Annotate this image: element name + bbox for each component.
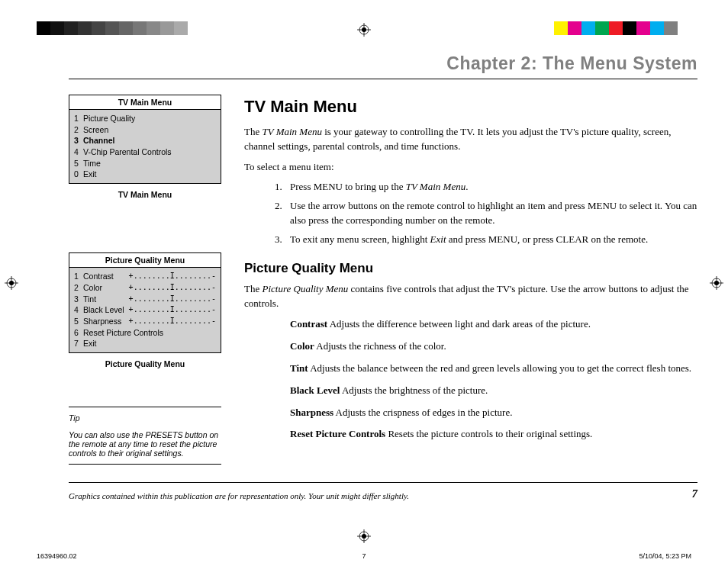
tip-label: Tip bbox=[69, 413, 221, 423]
menu-item: 5Time bbox=[74, 158, 216, 169]
swatch bbox=[64, 21, 78, 35]
swatch bbox=[554, 21, 568, 35]
menu-item: 4V-Chip Parental Controls bbox=[74, 146, 216, 158]
print-metadata-footer: 16394960.02 7 5/10/04, 5:23 PM bbox=[37, 552, 691, 560]
swatch bbox=[37, 21, 50, 35]
tv-main-menu-figure: TV Main Menu 1Picture Quality2Screen3Cha… bbox=[69, 95, 221, 184]
main-column: TV Main Menu The TV Main Menu is your ga… bbox=[244, 95, 697, 465]
swatch bbox=[174, 21, 188, 35]
footer-disclaimer: Graphics contained within this publicati… bbox=[69, 491, 692, 500]
intro-paragraph: The TV Main Menu is your gateway to cont… bbox=[244, 125, 697, 154]
instruction-step: 3.To exit any menu screen, highlight Exi… bbox=[275, 233, 697, 247]
registration-mark-bottom bbox=[357, 529, 371, 543]
control-definition: Tint Adjusts the balance between the red… bbox=[290, 362, 697, 376]
control-definition: Sharpness Adjusts the crispness of edges… bbox=[290, 406, 697, 420]
figure-caption: TV Main Menu bbox=[69, 190, 221, 199]
swatch bbox=[595, 21, 609, 35]
instruction-steps: 1.Press MENU to bring up the TV Main Men… bbox=[275, 180, 697, 246]
control-definition: Color Adjusts the richness of the color. bbox=[290, 339, 697, 354]
printer-color-swatches bbox=[554, 21, 691, 35]
page-number: 7 bbox=[692, 487, 698, 500]
registration-mark-top bbox=[357, 23, 371, 37]
swatch bbox=[678, 21, 691, 35]
menu-item: 0Exit bbox=[74, 169, 216, 180]
menu-box-title: TV Main Menu bbox=[69, 95, 221, 110]
swatch bbox=[623, 21, 636, 35]
menu-item: 1Picture Quality bbox=[74, 113, 216, 124]
control-definition: Reset Picture Controls Resets the pictur… bbox=[290, 427, 697, 442]
swatch bbox=[105, 21, 119, 35]
swatch bbox=[133, 21, 147, 35]
tip-callout: Tip You can also use the PRESETS button … bbox=[69, 407, 221, 465]
menu-item: 3Channel bbox=[74, 135, 216, 146]
section-heading-picture-quality: Picture Quality Menu bbox=[244, 259, 697, 278]
menu-item: 2Screen bbox=[74, 124, 216, 136]
control-definitions: Contrast Adjusts the difference between … bbox=[290, 317, 697, 442]
picture-quality-menu-figure: Picture Quality Menu 1Contrast+........I… bbox=[69, 252, 221, 353]
swatch bbox=[664, 21, 678, 35]
menu-item: 4Black Level+........I........- bbox=[74, 304, 216, 316]
swatch bbox=[78, 21, 92, 35]
control-definition: Contrast Adjusts the difference between … bbox=[290, 317, 697, 332]
instruction-step: 1.Press MENU to bring up the TV Main Men… bbox=[275, 180, 697, 195]
swatch bbox=[147, 21, 160, 35]
swatch bbox=[609, 21, 623, 35]
registration-mark-right bbox=[710, 276, 723, 290]
swatch bbox=[119, 21, 133, 35]
swatch bbox=[568, 21, 581, 35]
swatch bbox=[92, 21, 105, 35]
menu-item: 3Tint+........I........- bbox=[74, 294, 216, 305]
figure-caption: Picture Quality Menu bbox=[69, 359, 221, 368]
pq-intro-paragraph: The Picture Quality Menu contains five c… bbox=[244, 282, 697, 311]
swatch bbox=[650, 21, 664, 35]
menu-item: 2Color+........I........- bbox=[74, 282, 216, 294]
swatch bbox=[50, 21, 64, 35]
menu-item: 1Contrast+........I........- bbox=[74, 271, 216, 282]
menu-box-title: Picture Quality Menu bbox=[69, 253, 221, 268]
printer-gray-swatches bbox=[37, 21, 188, 35]
swatch bbox=[581, 21, 595, 35]
instruction-step: 2.Use the arrow buttons on the remote co… bbox=[275, 199, 697, 228]
select-instruction: To select a menu item: bbox=[244, 160, 697, 175]
section-heading-tv-main-menu: TV Main Menu bbox=[244, 95, 697, 119]
swatch bbox=[636, 21, 650, 35]
sidebar-column: TV Main Menu 1Picture Quality2Screen3Cha… bbox=[69, 95, 221, 465]
page-footer: Graphics contained within this publicati… bbox=[69, 482, 697, 500]
tip-text: You can also use the PRESETS button on t… bbox=[69, 430, 221, 458]
menu-item: 6Reset Picture Controls bbox=[74, 327, 216, 339]
menu-item: 5Sharpness+........I........- bbox=[74, 316, 216, 327]
page-content: Chapter 2: The Menu System TV Main Menu … bbox=[69, 53, 697, 520]
chapter-title: Chapter 2: The Menu System bbox=[69, 53, 697, 79]
menu-item: 7Exit bbox=[74, 338, 216, 349]
print-page-num: 7 bbox=[37, 552, 691, 560]
registration-mark-left bbox=[5, 276, 18, 290]
control-definition: Black Level Adjusts the brightness of th… bbox=[290, 384, 697, 398]
swatch bbox=[160, 21, 174, 35]
